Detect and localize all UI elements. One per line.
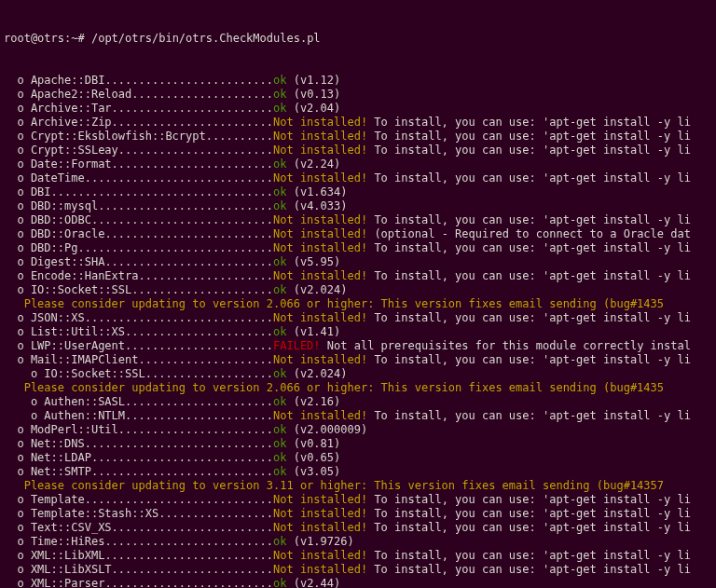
module-name: o Mail::IMAPClient bbox=[4, 353, 139, 366]
status: Not installed! bbox=[273, 549, 367, 562]
status: FAILED! bbox=[273, 339, 321, 352]
module-row: o List::Util::XS......................ok… bbox=[4, 325, 712, 339]
dots: ................... bbox=[145, 367, 273, 380]
module-name: o DBD::Oracle bbox=[4, 227, 104, 240]
module-row: o Archive::Tar........................ok… bbox=[4, 102, 712, 116]
status-detail: To install, you can use: 'apt-get instal… bbox=[367, 269, 691, 282]
status: Not installed! bbox=[273, 144, 367, 157]
note-text: Please consider updating to version 2.06… bbox=[4, 381, 664, 394]
module-name: o Net::SMTP bbox=[4, 465, 91, 478]
status-detail: (v3.05) bbox=[286, 465, 340, 478]
module-name: o Archive::Tar bbox=[4, 102, 112, 115]
status-detail: (v2.024) bbox=[286, 283, 347, 296]
status-detail: Not all prerequisites for this module co… bbox=[321, 339, 691, 352]
dots: ........................ bbox=[112, 521, 273, 534]
module-row: o Template............................No… bbox=[4, 493, 712, 507]
dots: ........................ bbox=[112, 102, 273, 115]
module-name: o Time::HiRes bbox=[4, 535, 104, 548]
note-text: Please consider updating to version 2.06… bbox=[4, 297, 664, 310]
status: ok bbox=[273, 283, 286, 296]
status: ok bbox=[273, 74, 286, 87]
dots: ........................ bbox=[112, 563, 273, 576]
module-list: o Apache::DBI.........................ok… bbox=[4, 74, 712, 588]
note-line: Please consider updating to version 3.11… bbox=[4, 479, 712, 493]
module-name: o Apache::DBI bbox=[4, 74, 104, 87]
module-row: o Net::LDAP...........................ok… bbox=[4, 451, 712, 465]
module-name: o Crypt::Eksblowfish::Bcrypt bbox=[4, 130, 206, 143]
module-row: o JSON::XS............................No… bbox=[4, 311, 712, 325]
status: ok bbox=[273, 88, 286, 101]
module-name: o Crypt::SSLeay bbox=[4, 144, 118, 157]
dots: ........................ bbox=[112, 157, 273, 171]
status-detail: To install, you can use: 'apt-get instal… bbox=[367, 353, 691, 366]
dots: ............................ bbox=[85, 437, 273, 450]
module-row: o Encode::HanExtra....................No… bbox=[4, 269, 712, 283]
module-row: o XML::Parser.........................ok… bbox=[4, 577, 712, 588]
dots: ...................... bbox=[125, 339, 273, 352]
status: Not installed! bbox=[273, 227, 367, 240]
module-row: o IO::Socket::SSL.....................ok… bbox=[4, 283, 712, 297]
status: Not installed! bbox=[273, 241, 367, 254]
prompt-line: root@otrs:~# /opt/otrs/bin/otrs.CheckMod… bbox=[4, 32, 712, 46]
module-name: o XML::LibXSLT bbox=[4, 563, 112, 576]
module-row: o ModPerl::Util.......................ok… bbox=[4, 423, 712, 437]
dots: .......................... bbox=[98, 199, 273, 212]
module-name: o IO::Socket::SSL bbox=[4, 367, 145, 380]
status-detail: To install, you can use: 'apt-get instal… bbox=[367, 563, 691, 576]
status: Not installed! bbox=[273, 116, 367, 129]
dots: ...................... bbox=[125, 409, 273, 422]
module-name: o Template bbox=[4, 493, 85, 506]
module-name: o Net::DNS bbox=[4, 437, 85, 450]
status-detail: (v2.24) bbox=[286, 157, 340, 171]
module-name: o Archive::Zip bbox=[4, 116, 112, 129]
status: Not installed! bbox=[273, 493, 367, 506]
module-row: o DateTime............................No… bbox=[4, 171, 712, 185]
module-name: o IO::Socket::SSL bbox=[4, 283, 131, 296]
dots: ................................. bbox=[51, 185, 273, 198]
status-detail: (v1.41) bbox=[286, 325, 340, 338]
dots: ........................ bbox=[112, 116, 273, 129]
status-detail: (optional - Required to connect to a Ora… bbox=[367, 227, 691, 240]
module-row: o DBD::Pg.............................No… bbox=[4, 241, 712, 255]
module-name: o DBD::mysql bbox=[4, 199, 98, 212]
dots: ............................ bbox=[85, 311, 273, 324]
status: Not installed! bbox=[273, 507, 367, 520]
prompt-user: root@otrs bbox=[4, 32, 64, 45]
module-name: o DBD::Pg bbox=[4, 241, 77, 254]
status-detail: (v1.634) bbox=[286, 185, 347, 198]
module-name: o Encode::HanExtra bbox=[4, 269, 139, 282]
module-name: o JSON::XS bbox=[4, 311, 85, 324]
dots: .......... bbox=[206, 130, 273, 143]
note-line: Please consider updating to version 2.06… bbox=[4, 381, 712, 395]
module-row: o XML::LibXSLT........................No… bbox=[4, 563, 712, 577]
status: ok bbox=[273, 465, 286, 478]
status-detail: To install, you can use: 'apt-get instal… bbox=[367, 311, 691, 324]
status-detail: To install, you can use: 'apt-get instal… bbox=[367, 130, 691, 143]
status-detail: (v2.024) bbox=[286, 367, 347, 380]
terminal[interactable]: root@otrs:~# /opt/otrs/bin/otrs.CheckMod… bbox=[0, 0, 716, 588]
status-detail: (v1.12) bbox=[286, 74, 340, 87]
status: ok bbox=[273, 577, 286, 588]
module-row: o Net::SMTP...........................ok… bbox=[4, 465, 712, 479]
status-detail: (v2.44) bbox=[286, 577, 340, 588]
module-name: o Text::CSV_XS bbox=[4, 521, 112, 534]
module-name: o Authen::SASL bbox=[4, 395, 125, 408]
status: Not installed! bbox=[273, 311, 367, 324]
module-row: o DBD::Oracle.........................No… bbox=[4, 227, 712, 241]
status-detail: (v5.95) bbox=[286, 255, 340, 268]
status: ok bbox=[273, 102, 286, 115]
module-name: o Date::Format bbox=[4, 157, 112, 171]
status: Not installed! bbox=[273, 353, 367, 366]
module-row: o Archive::Zip........................No… bbox=[4, 116, 712, 130]
module-name: o DBI bbox=[4, 185, 51, 198]
module-row: o Crypt::Eksblowfish::Bcrypt..........No… bbox=[4, 130, 712, 144]
dots: ........................... bbox=[91, 465, 273, 478]
dots: ........................... bbox=[91, 213, 273, 226]
dots: ......................... bbox=[104, 227, 273, 240]
module-row: o Digest::SHA.........................ok… bbox=[4, 255, 712, 269]
module-name: o Template::Stash::XS bbox=[4, 507, 158, 520]
dots: ............................ bbox=[85, 171, 273, 185]
status-detail: (v2.04) bbox=[286, 102, 340, 115]
module-name: o ModPerl::Util bbox=[4, 423, 118, 436]
status: ok bbox=[273, 185, 286, 198]
